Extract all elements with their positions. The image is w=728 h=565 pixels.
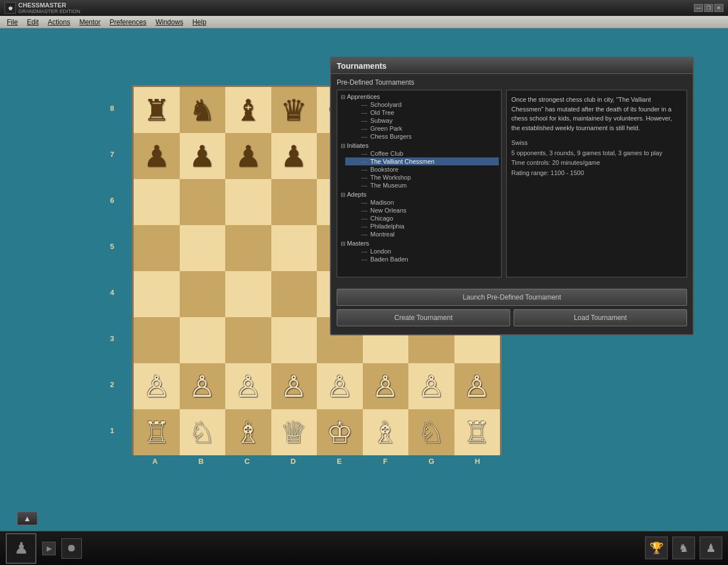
tree-group-apprentices: ⊟ApprenticesSchoolyardOld TreeSubwayGree… bbox=[340, 93, 499, 140]
rank-label-1: 1 bbox=[107, 408, 117, 454]
file-label-F: F bbox=[362, 457, 408, 466]
tree-item-london[interactable]: London bbox=[345, 247, 499, 255]
cell-1B[interactable]: ♘ bbox=[180, 409, 226, 455]
tree-panel[interactable]: ⊟ApprenticesSchoolyardOld TreeSubwayGree… bbox=[337, 90, 502, 277]
tree-item-the-museum[interactable]: The Museum bbox=[345, 181, 499, 189]
tree-item-bookstore[interactable]: Bookstore bbox=[345, 165, 499, 173]
cell-2F[interactable]: ♙ bbox=[363, 363, 409, 409]
cell-1D[interactable]: ♕ bbox=[271, 409, 317, 455]
menu-item-actions[interactable]: Actions bbox=[43, 17, 75, 27]
tree-group-header-initiates[interactable]: ⊟Initiates bbox=[340, 142, 499, 149]
cell-3D[interactable] bbox=[271, 317, 317, 363]
tree-item-new-orleans[interactable]: New Orleans bbox=[345, 206, 499, 214]
cell-4D[interactable] bbox=[271, 271, 317, 317]
tree-group-header-masters[interactable]: ⊟Masters bbox=[340, 239, 499, 247]
cell-4A[interactable] bbox=[134, 271, 180, 317]
minimize-button[interactable]: — bbox=[694, 4, 703, 12]
rank-label-7: 7 bbox=[107, 131, 117, 177]
cell-6D[interactable] bbox=[271, 179, 317, 225]
horse-icon[interactable]: ♞ bbox=[672, 537, 695, 559]
cell-8C[interactable]: ♝ bbox=[225, 87, 271, 133]
file-label-A: A bbox=[132, 457, 178, 466]
tree-group-header-apprentices[interactable]: ⊟Apprentices bbox=[340, 93, 499, 101]
cell-2A[interactable]: ♙ bbox=[134, 363, 180, 409]
cell-6A[interactable] bbox=[134, 179, 180, 225]
tree-item-chicago[interactable]: Chicago bbox=[345, 214, 499, 222]
tree-item-old-tree[interactable]: Old Tree bbox=[345, 109, 499, 117]
cell-5C[interactable] bbox=[225, 225, 271, 271]
cell-1G[interactable]: ♘ bbox=[408, 409, 454, 455]
app-logo: ♚ CHESSMASTER GRANDMASTER EDITION bbox=[5, 2, 80, 14]
restore-button[interactable]: ❐ bbox=[704, 4, 713, 12]
menu-item-help[interactable]: Help bbox=[188, 17, 211, 27]
menu-item-windows[interactable]: Windows bbox=[151, 17, 188, 27]
pawn-icon[interactable]: ♟ bbox=[700, 537, 722, 559]
dialog-title: Tournaments bbox=[337, 61, 387, 70]
cell-2B[interactable]: ♙ bbox=[180, 363, 226, 409]
cell-4C[interactable] bbox=[225, 271, 271, 317]
tree-item-chess-burgers[interactable]: Chess Burgers bbox=[345, 132, 499, 140]
launch-tournament-button[interactable]: Launch Pre-Defined Tournament bbox=[337, 289, 687, 306]
rank-label-5: 5 bbox=[107, 223, 117, 269]
app-subtitle-text: GRANDMASTER EDITION bbox=[18, 9, 80, 14]
cell-2E[interactable]: ♙ bbox=[317, 363, 363, 409]
tree-item-the-valliant-chessmen[interactable]: The Valliant Chessmen bbox=[345, 157, 499, 165]
app-logo-icon: ♚ bbox=[5, 2, 16, 14]
cell-1C[interactable]: ♗ bbox=[225, 409, 271, 455]
info-format: Swiss 5 opponents, 3 rounds, 9 games tot… bbox=[511, 138, 682, 178]
cell-8A[interactable]: ♜ bbox=[134, 87, 180, 133]
tree-item-the-workshop[interactable]: The Workshop bbox=[345, 173, 499, 181]
cell-6C[interactable] bbox=[225, 179, 271, 225]
cell-3B[interactable] bbox=[180, 317, 226, 363]
cell-2G[interactable]: ♙ bbox=[408, 363, 454, 409]
cell-3C[interactable] bbox=[225, 317, 271, 363]
tree-item-subway[interactable]: Subway bbox=[345, 117, 499, 124]
play-button[interactable]: ▶ bbox=[42, 542, 56, 555]
close-button[interactable]: ✕ bbox=[714, 4, 723, 12]
cell-4B[interactable] bbox=[180, 271, 226, 317]
load-tournament-button[interactable]: Load Tournament bbox=[514, 309, 687, 326]
cell-8B[interactable]: ♞ bbox=[180, 87, 226, 133]
trophy-icon[interactable]: 🏆 bbox=[645, 537, 668, 559]
tree-group-masters: ⊟MastersLondonBaden Baden bbox=[340, 239, 499, 263]
cell-7C[interactable]: ♟ bbox=[225, 133, 271, 179]
cell-2D[interactable]: ♙ bbox=[271, 363, 317, 409]
cell-1A[interactable]: ♖ bbox=[134, 409, 180, 455]
bottom-bar: ♟ ▶ ⏺ 🏆 ♞ ♟ bbox=[0, 531, 728, 565]
cell-8D[interactable]: ♛ bbox=[271, 87, 317, 133]
tree-item-madison[interactable]: Madison bbox=[345, 198, 499, 206]
cell-2C[interactable]: ♙ bbox=[225, 363, 271, 409]
cell-6B[interactable] bbox=[180, 179, 226, 225]
menu-item-mentor[interactable]: Mentor bbox=[75, 17, 105, 27]
tree-item-schoolyard[interactable]: Schoolyard bbox=[345, 101, 499, 109]
menu-item-file[interactable]: File bbox=[2, 17, 22, 27]
tree-item-philadelphia[interactable]: Philadelphia bbox=[345, 222, 499, 230]
cell-7D[interactable]: ♟ bbox=[271, 133, 317, 179]
cell-3A[interactable] bbox=[134, 317, 180, 363]
tree-group-header-adepts[interactable]: ⊟Adepts bbox=[340, 190, 499, 198]
cell-5D[interactable] bbox=[271, 225, 317, 271]
cell-7A[interactable]: ♟ bbox=[134, 133, 180, 179]
scroll-up-button[interactable]: ▲ bbox=[17, 512, 38, 525]
cell-2H[interactable]: ♙ bbox=[454, 363, 500, 409]
tree-group-initiates: ⊟InitiatesCoffee ClubThe Valliant Chessm… bbox=[340, 142, 499, 189]
file-label-G: G bbox=[408, 457, 454, 466]
cell-5B[interactable] bbox=[180, 225, 226, 271]
tree-item-baden-baden[interactable]: Baden Baden bbox=[345, 255, 499, 263]
cell-1H[interactable]: ♖ bbox=[454, 409, 500, 455]
cell-1F[interactable]: ♗ bbox=[363, 409, 409, 455]
cell-1E[interactable]: ♔ bbox=[317, 409, 363, 455]
menu-item-edit[interactable]: Edit bbox=[22, 17, 43, 27]
file-labels: ABCDEFGH bbox=[132, 457, 502, 466]
menu-item-preferences[interactable]: Preferences bbox=[105, 17, 151, 27]
rank-labels: 87654321 bbox=[107, 85, 117, 455]
info-panel: Once the strongest chess club in city, "… bbox=[506, 90, 687, 277]
record-button[interactable]: ⏺ bbox=[61, 538, 82, 559]
tree-item-green-park[interactable]: Green Park bbox=[345, 124, 499, 132]
tree-item-montreal[interactable]: Montreal bbox=[345, 230, 499, 238]
cell-5A[interactable] bbox=[134, 225, 180, 271]
cell-7B[interactable]: ♟ bbox=[180, 133, 226, 179]
tree-item-coffee-club[interactable]: Coffee Club bbox=[345, 149, 499, 157]
dialog-bottom-buttons: Launch Pre-Defined Tournament Create Tou… bbox=[331, 285, 693, 330]
create-tournament-button[interactable]: Create Tournament bbox=[337, 309, 510, 326]
